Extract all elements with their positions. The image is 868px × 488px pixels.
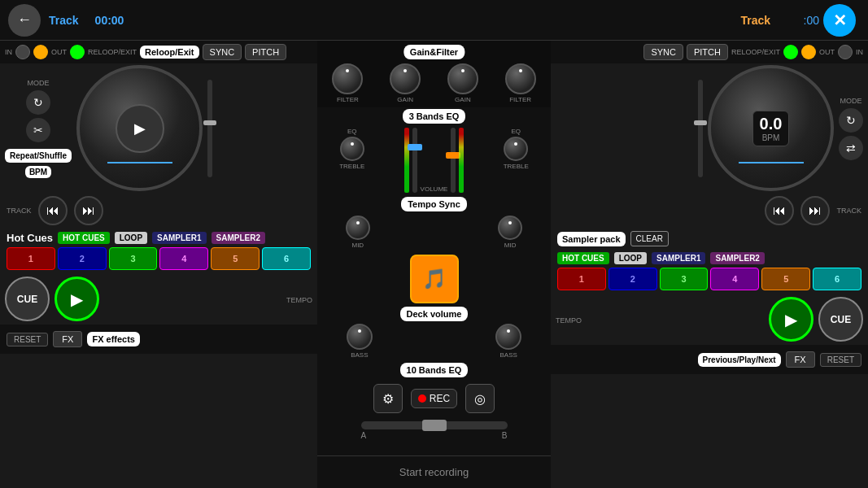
in-dot-left[interactable] xyxy=(15,45,30,59)
hc-btn-4-left[interactable]: 4 xyxy=(159,247,208,270)
eq-settings-button[interactable]: ⚙ xyxy=(373,384,403,413)
bottom-bar-left: RESET FX FX effects xyxy=(0,325,317,354)
right-deck-top-controls: SYNC PITCH RELOOP/EXIT OUT IN xyxy=(551,41,868,63)
reloop-exit-button-left[interactable]: Reloop/Exit xyxy=(140,46,199,59)
gain-knob-right[interactable] xyxy=(447,63,478,94)
tab-loop-left[interactable]: LOOP xyxy=(115,232,147,244)
jog-wheel-left[interactable]: ▶ xyxy=(76,65,203,191)
fx-button-right[interactable]: FX xyxy=(786,351,815,368)
track-label-right: Track xyxy=(740,14,770,27)
target-button[interactable]: ◎ xyxy=(465,384,495,413)
jog-line-right xyxy=(739,162,804,163)
prev-track-button-right[interactable]: ⏮ xyxy=(765,196,794,225)
hc-btn-2-left[interactable]: 2 xyxy=(58,247,107,270)
jog-line-left xyxy=(107,162,172,163)
bass-label-left: BASS xyxy=(351,351,368,359)
vol-fader-left[interactable] xyxy=(412,128,417,193)
fx-effects-tooltip-left: FX effects xyxy=(87,332,140,346)
hc-btn-2-right[interactable]: 2 xyxy=(608,268,657,290)
treble-knob-left[interactable] xyxy=(340,137,364,161)
hc-btn-3-right[interactable]: 3 xyxy=(660,268,709,290)
tab-loop-right[interactable]: LOOP xyxy=(614,252,647,264)
reloop-dot-left[interactable] xyxy=(70,45,85,59)
hot-cue-grid-left: 1 2 3 4 5 6 xyxy=(7,247,311,270)
in-label-left: IN xyxy=(5,48,12,56)
fx-button-left[interactable]: FX xyxy=(53,331,82,347)
top-bar: ← Track 00:00 Track ✕ :00 xyxy=(0,0,868,41)
vol-thumb-left[interactable] xyxy=(408,144,422,150)
gain-filter-tooltip: Gain&Filter xyxy=(403,45,465,59)
in-dot-right[interactable] xyxy=(838,45,853,59)
bpm-tooltip-left: BPM xyxy=(25,166,51,178)
repeat-icon-right[interactable]: ↻ xyxy=(839,108,863,133)
hc-btn-1-right[interactable]: 1 xyxy=(557,268,606,290)
clear-button-right[interactable]: CLEAR xyxy=(630,231,669,246)
crossfader-thumb[interactable] xyxy=(422,420,447,431)
repeat-icon-left[interactable]: ↻ xyxy=(26,90,50,115)
vol-fader-right[interactable] xyxy=(451,128,456,193)
reloop-label-left: RELOOP/EXIT xyxy=(88,48,137,56)
main-area: IN OUT RELOOP/EXIT Reloop/Exit SYNC PITC… xyxy=(0,41,868,488)
close-button[interactable]: ✕ xyxy=(823,4,856,37)
pitch-thumb-left[interactable] xyxy=(203,120,216,125)
back-button[interactable]: ← xyxy=(8,4,41,37)
mode-label-left: MODE xyxy=(28,79,50,87)
hc-btn-3-left[interactable]: 3 xyxy=(109,247,158,270)
bass-knob-left[interactable] xyxy=(347,324,373,350)
play-button-left[interactable]: ▶ xyxy=(55,277,99,321)
out-label-left: OUT xyxy=(51,48,67,56)
tab-hot-cues-right[interactable]: HOT CUES xyxy=(557,252,609,264)
filter-knob-left[interactable] xyxy=(332,63,363,94)
tab-sampler1-right[interactable]: SAMPLER1 xyxy=(652,252,705,264)
jog-wheel-right[interactable]: 0.0 BPM xyxy=(708,65,834,191)
bass-knob-right[interactable] xyxy=(495,324,521,350)
reloop-dot-right[interactable] xyxy=(783,45,798,59)
start-recording-bar: Start recording xyxy=(317,455,551,488)
cue-button-right[interactable]: CUE xyxy=(818,297,863,342)
pitch-slider-left[interactable] xyxy=(207,80,212,177)
cue-button-left[interactable]: CUE xyxy=(5,277,50,321)
jog-inner-left[interactable]: ▶ xyxy=(116,104,164,153)
reset-button-right[interactable]: RESET xyxy=(820,353,861,367)
volume-label: VOLUME xyxy=(421,185,448,193)
hc-btn-6-right[interactable]: 6 xyxy=(813,268,861,290)
tab-hot-cues-left[interactable]: HOT CUES xyxy=(58,232,110,244)
mid-knob-right[interactable] xyxy=(498,216,522,240)
hc-btn-5-left[interactable]: 5 xyxy=(211,247,260,270)
tab-sampler2-right[interactable]: SAMPLER2 xyxy=(710,252,764,264)
crossfader[interactable] xyxy=(361,421,508,429)
hc-btn-6-left[interactable]: 6 xyxy=(262,247,311,270)
hc-btn-5-right[interactable]: 5 xyxy=(761,268,810,290)
next-track-button-right[interactable]: ⏭ xyxy=(800,196,830,225)
sync-button-right[interactable]: SYNC xyxy=(643,44,683,60)
mid-knob-left[interactable] xyxy=(346,216,370,240)
hc-btn-1-left[interactable]: 1 xyxy=(7,247,55,270)
tempo-label-left: TEMPO xyxy=(286,296,312,304)
tab-sampler1-left[interactable]: SAMPLER1 xyxy=(152,232,206,244)
rec-button[interactable]: REC xyxy=(411,389,457,408)
rec-dot xyxy=(418,394,426,403)
tab-sampler2-left[interactable]: SAMPLER2 xyxy=(212,232,265,244)
repeat-shuffle-tooltip: Repeat/Shuffle xyxy=(5,149,72,163)
out-dot-right[interactable] xyxy=(801,45,816,59)
shuffle-icon-left[interactable]: ✂ xyxy=(26,118,50,142)
in-label-right: IN xyxy=(856,48,863,56)
reset-button-left[interactable]: RESET xyxy=(7,333,48,346)
pitch-button-left[interactable]: PITCH xyxy=(245,44,286,60)
hc-btn-4-right[interactable]: 4 xyxy=(710,268,759,290)
filter-knob-right[interactable] xyxy=(505,63,536,94)
pitch-button-right[interactable]: PITCH xyxy=(687,44,728,60)
prev-track-button-left[interactable]: ⏮ xyxy=(38,196,68,225)
sync-button-left[interactable]: SYNC xyxy=(203,44,242,60)
gain-knob-left[interactable] xyxy=(390,63,421,94)
treble-knob-right[interactable] xyxy=(504,137,528,161)
add-music-button[interactable]: 🎵 xyxy=(410,255,459,303)
next-track-button-left[interactable]: ⏭ xyxy=(74,196,103,225)
out-dot-left[interactable] xyxy=(33,45,48,59)
pitch-thumb-right[interactable] xyxy=(694,120,707,125)
play-button-right[interactable]: ▶ xyxy=(769,297,813,342)
crossfader-area: A B xyxy=(317,418,551,443)
loop-icon-right[interactable]: ⇄ xyxy=(839,136,863,160)
start-recording-label[interactable]: Start recording xyxy=(399,466,469,478)
pitch-slider-right[interactable] xyxy=(698,80,703,177)
